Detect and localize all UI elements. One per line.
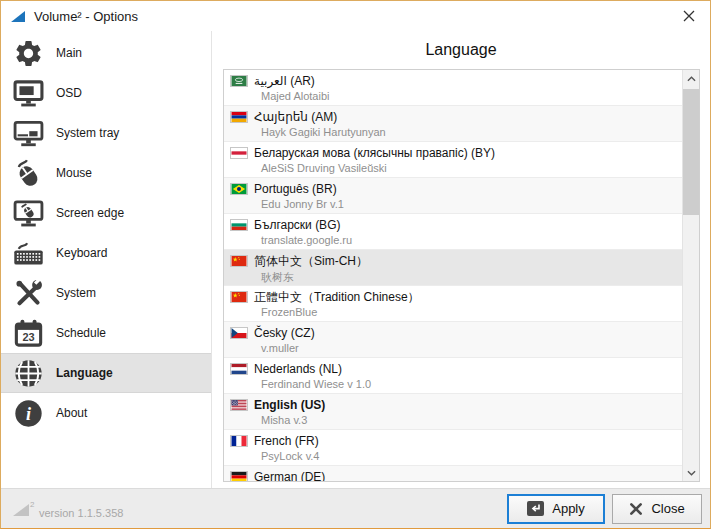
flag-cz-icon (230, 327, 248, 339)
sidebar-item-screen-edge[interactable]: Screen edge (1, 193, 211, 233)
calendar-icon: 23 (9, 316, 47, 350)
scrollbar (682, 70, 699, 481)
language-row-top: Беларуская мова (клясычны правапіс) (BY) (230, 145, 682, 161)
language-row-top: Português (BR) (230, 181, 682, 197)
language-row[interactable]: 正體中文（Tradition Chinese）FrozenBlue (224, 286, 682, 322)
language-author: Hayk Gagiki Harutyunyan (261, 126, 682, 138)
keyboard-icon (9, 236, 47, 270)
language-author: Edu Jonny Br v.1 (261, 198, 682, 210)
flag-bg-icon (230, 219, 248, 231)
language-author: PsyLock v.4 (261, 450, 682, 462)
svg-text:i: i (25, 404, 30, 424)
sidebar-item-system-tray[interactable]: System tray (1, 113, 211, 153)
flag-cn-icon (230, 291, 248, 303)
tools-icon (9, 276, 47, 310)
language-author: Misha v.3 (261, 414, 682, 426)
language-name: 正體中文（Tradition Chinese） (254, 289, 420, 306)
language-row[interactable]: العربية (AR)Majed Alotaibi (224, 70, 682, 106)
language-list: العربية (AR)Majed AlotaibiՀայերեն (AM)Ha… (223, 69, 700, 482)
sidebar-item-label: Keyboard (56, 246, 107, 260)
language-row-top: English (US) (230, 397, 682, 413)
scroll-down-icon[interactable] (683, 464, 700, 481)
flag-sa-icon (230, 75, 248, 87)
sidebar-item-keyboard[interactable]: Keyboard (1, 233, 211, 273)
version-text: version 1.1.5.358 (39, 507, 123, 519)
language-name: Česky (CZ) (254, 326, 315, 340)
sidebar-item-osd[interactable]: OSD (1, 73, 211, 113)
flag-de-icon (230, 471, 248, 481)
language-row-top: 简体中文（Sim-CH） (230, 253, 682, 269)
sidebar-item-main[interactable]: Main (1, 33, 211, 73)
language-author: FrozenBlue (261, 306, 682, 318)
language-row[interactable]: French (FR)PsyLock v.4 (224, 430, 682, 466)
sidebar-item-label: Schedule (56, 326, 106, 340)
sidebar-item-label: System (56, 286, 96, 300)
flag-us-icon (230, 399, 248, 411)
sidebar-item-language[interactable]: Language (1, 353, 211, 393)
language-author: 耿树东 (261, 270, 682, 285)
language-name: English (US) (254, 398, 325, 412)
language-rows: العربية (AR)Majed AlotaibiՀայերեն (AM)Ha… (224, 70, 682, 481)
flag-fr-icon (230, 435, 248, 447)
footer-bar: 2 version 1.1.5.358 Apply Close (1, 488, 710, 528)
sidebar-item-schedule[interactable]: 23Schedule (1, 313, 211, 353)
main-area: MainOSDSystem trayMouseScreen edgeKeyboa… (1, 31, 710, 488)
language-author: AleSiS Druving Vasileŭski (261, 162, 682, 174)
sidebar-item-label: System tray (56, 126, 119, 140)
language-row[interactable]: Česky (CZ)v.muller (224, 322, 682, 358)
language-author: Ferdinand Wiese v 1.0 (261, 378, 682, 390)
sidebar-item-label: Main (56, 46, 82, 60)
flag-am-icon (230, 111, 248, 123)
language-row[interactable]: 简体中文（Sim-CH）耿树东 (224, 250, 682, 286)
content-panel: Language العربية (AR)Majed AlotaibiՀայեր… (212, 31, 710, 488)
gear-icon (9, 36, 47, 70)
flag-by-icon (230, 147, 248, 159)
language-row-top: Nederlands (NL) (230, 361, 682, 377)
sidebar-item-mouse[interactable]: Mouse (1, 153, 211, 193)
language-row-top: Հայերեն (AM) (230, 109, 682, 125)
language-author: v.muller (261, 342, 682, 354)
language-name: Nederlands (NL) (254, 362, 342, 376)
language-name: French (FR) (254, 434, 319, 448)
close-button-label: Close (651, 501, 684, 516)
window-title: Volume² - Options (34, 9, 138, 24)
language-row[interactable]: Português (BR)Edu Jonny Br v.1 (224, 178, 682, 214)
language-name: Български (BG) (254, 218, 340, 232)
close-button[interactable]: Close (612, 494, 702, 524)
title-bar: Volume² - Options (1, 1, 710, 31)
apply-enter-icon (527, 501, 544, 516)
language-row[interactable]: Беларуская мова (клясычны правапіс) (BY)… (224, 142, 682, 178)
language-name: German (DE) (254, 470, 325, 481)
mouse-icon (9, 156, 47, 190)
language-row[interactable]: Български (BG)translate.google.ru (224, 214, 682, 250)
language-row-top: Български (BG) (230, 217, 682, 233)
sidebar-item-about[interactable]: iAbout (1, 393, 211, 433)
window-close-icon[interactable] (668, 1, 710, 31)
language-name: Հայերեն (AM) (254, 110, 337, 124)
sidebar-item-label: Language (56, 366, 113, 380)
info-icon: i (9, 396, 47, 430)
footer-logo-sup: 2 (30, 500, 35, 509)
scroll-up-icon[interactable] (683, 70, 700, 87)
language-row-top: 正體中文（Tradition Chinese） (230, 289, 682, 305)
footer-logo-icon: 2 (11, 499, 35, 519)
language-row[interactable]: German (DE) (224, 466, 682, 481)
flag-nl-icon (230, 363, 248, 375)
page-title: Language (212, 31, 710, 69)
language-row[interactable]: Հայերեն (AM)Hayk Gagiki Harutyunyan (224, 106, 682, 142)
sidebar-item-system[interactable]: System (1, 273, 211, 313)
language-row[interactable]: English (US)Misha v.3 (224, 394, 682, 430)
apply-button[interactable]: Apply (507, 494, 605, 524)
language-row-top: French (FR) (230, 433, 682, 449)
scrollbar-thumb[interactable] (683, 89, 700, 215)
language-row-top: Česky (CZ) (230, 325, 682, 341)
apply-button-label: Apply (552, 501, 585, 516)
sidebar-item-label: OSD (56, 86, 82, 100)
sidebar: MainOSDSystem trayMouseScreen edgeKeyboa… (1, 31, 212, 488)
options-window: Volume² - Options MainOSDSystem trayMous… (0, 0, 711, 529)
app-volume-icon (11, 10, 26, 23)
language-row[interactable]: Nederlands (NL)Ferdinand Wiese v 1.0 (224, 358, 682, 394)
language-name: 简体中文（Sim-CH） (254, 253, 368, 270)
language-author: translate.google.ru (261, 234, 682, 246)
language-row-top: German (DE) (230, 469, 682, 481)
